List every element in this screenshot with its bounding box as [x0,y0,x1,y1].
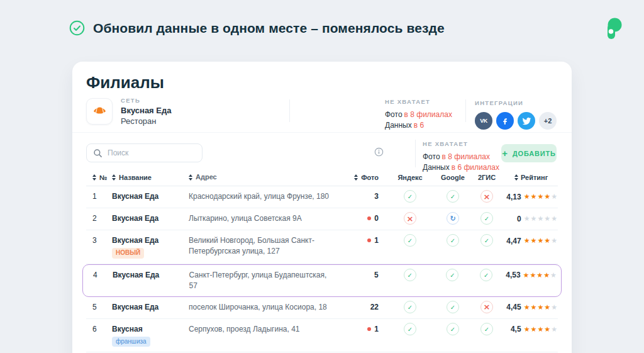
star-filled-icon [524,302,531,313]
star-empty-icon [551,235,558,246]
column-header-rating[interactable]: Рейтинг [506,174,558,181]
column-header-addr[interactable]: Адрес [189,172,347,182]
more-integrations-badge[interactable]: +2 [539,112,557,130]
rating-value: 0 [517,214,521,224]
star-rating [524,213,558,224]
star-empty-icon [551,213,558,224]
missing-data-line: Данныхв 6 [385,120,452,131]
column-header-go: Google [438,174,468,181]
branches-table: №НазваниеАдресФотоЯндексGoogle2ГИСРейтин… [86,169,558,353]
row-number: 2 [86,213,112,223]
star-filled-icon [524,324,531,335]
status-ok-icon [447,234,459,247]
status-ok-icon [404,301,416,313]
photo-count: 0 [374,213,379,223]
cell-rating: 4,13 [506,191,558,202]
row-number: 6 [86,324,112,334]
cell-google-status [438,270,468,281]
facebook-icon[interactable] [496,112,514,130]
divider [415,140,416,167]
table-row[interactable]: 6ВкуснаяфраншизаСерпухов, проезд Ладыгин… [86,319,558,353]
status-fail-icon [480,301,493,313]
rating-value: 4,47 [506,236,521,246]
star-filled-icon [544,235,551,246]
row-number: 4 [87,270,113,280]
star-empty-icon [544,213,551,224]
badge-new: НОВЫЙ [112,248,144,259]
status-ok-icon [404,190,416,203]
column-header-gis: 2ГИС [468,174,506,181]
card-title: Филиалы [86,73,164,92]
hero-header: Обновил данные в одном месте – поменялос… [69,20,445,36]
column-label: Адрес [196,172,217,182]
network-block: СЕТЬ Вкусная Еда Ресторан [86,97,171,126]
column-header-photo[interactable]: Фото [347,174,382,181]
column-label: № [99,174,107,181]
cell-yandex-status [382,213,438,225]
row-number: 3 [86,235,112,245]
star-filled-icon [530,270,536,281]
star-empty-icon [531,213,538,224]
table-row[interactable]: 3Вкусная ЕдаНОВЫЙВеликий Новгород, Больш… [86,230,558,264]
cell-photo-count: 1 [347,235,382,245]
status-ok-icon [447,323,459,335]
branch-name: Вкусная [112,324,189,334]
star-filled-icon [537,324,544,335]
column-header-num[interactable]: № [86,174,112,181]
cell-rating: 0 [506,213,558,224]
missing-photo-line: Фотов 8 филиалах [423,152,499,162]
column-header-name[interactable]: Название [112,174,189,181]
column-label: Google [441,174,465,181]
status-ok-icon [404,234,416,247]
rating-value: 4,5 [511,324,521,334]
status-sync-icon [447,212,459,225]
cell-yandex-status [382,191,438,203]
alert-dot-icon [367,327,371,331]
plus-icon [502,148,508,158]
add-branch-button[interactable]: ДОБАВИТЬ [501,144,557,162]
status-ok-icon [446,269,458,281]
branch-name: Вкусная Еда [112,191,189,201]
alert-dot-icon [367,238,371,242]
star-empty-icon [551,191,558,202]
info-icon[interactable] [374,147,384,159]
star-empty-icon [551,324,558,335]
cell-name: Вкусная Еда [112,302,189,312]
cell-rating: 4,47 [506,235,558,246]
status-ok-icon [447,190,459,203]
column-header-ya: Яндекс [382,174,438,181]
sort-icon [112,174,116,181]
star-filled-icon [544,191,551,202]
twitter-icon[interactable] [518,112,535,130]
cell-yandex-status [382,302,438,313]
search-box [86,143,203,162]
cell-google-status [438,324,468,335]
table-row[interactable]: 4Вкусная ЕдаСанкт-Петербург, улица Будап… [82,264,562,297]
status-ok-icon [447,301,459,313]
search-input[interactable] [108,148,196,157]
table-row[interactable]: 5Вкусная Едапоселок Широчанка, улица Кос… [86,297,558,319]
star-filled-icon [523,270,530,281]
vk-icon[interactable]: VK [475,112,492,130]
rating-value: 4,13 [506,192,521,202]
star-filled-icon [531,324,538,335]
divider [465,99,466,122]
column-label: Рейтинг [521,174,548,181]
sort-icon [92,174,96,181]
star-rating [524,324,558,335]
star-filled-icon [531,191,538,202]
cell-google-status [438,191,468,203]
photo-count: 3 [374,191,379,201]
status-ok-icon [404,323,416,335]
integrations-label: ИНТЕГРАЦИИ [475,99,523,106]
table-row[interactable]: 1Вкусная ЕдаКраснодарский край, улица Фр… [86,186,558,208]
table-row[interactable]: 2Вкусная ЕдаЛыткарино, улица Советская 9… [86,208,558,230]
cell-gis-status [468,235,506,247]
photo-count: 1 [374,324,379,334]
branch-name: Вкусная Еда [112,235,189,245]
star-filled-icon [543,270,550,281]
badge-franchise: франшиза [112,337,150,347]
cell-yandex-status [382,270,438,281]
photo-count: 22 [370,302,379,312]
missing-photo-line: Фотов 8 филиалах [385,109,452,120]
